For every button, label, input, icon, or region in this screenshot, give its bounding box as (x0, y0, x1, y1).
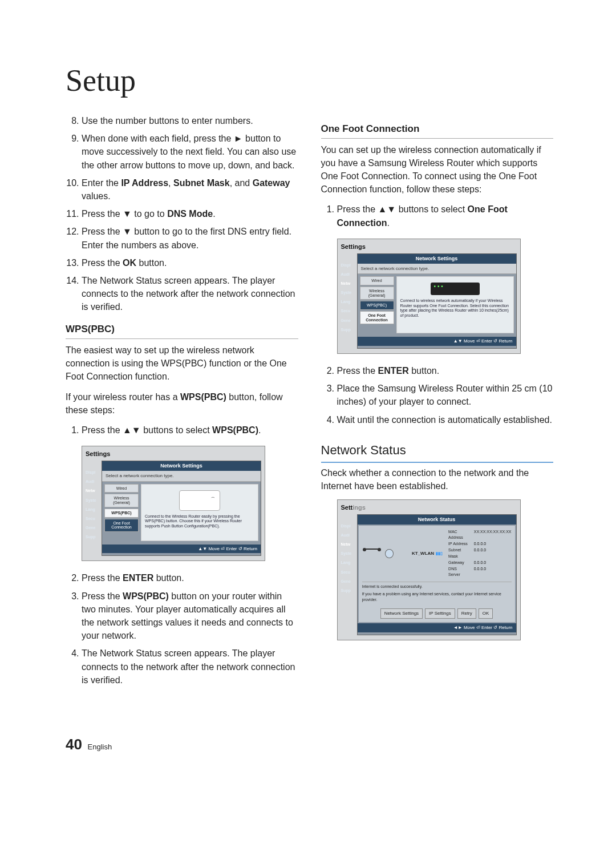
settings-panel: Network Settings Select a network connec… (102, 461, 261, 556)
option-preview: ⌢ Connect to the Wireless Router easily … (141, 484, 258, 541)
page-title: Setup (66, 63, 553, 98)
category-sidebar: Displ Audi Netw Syste Lang Secu Gene Sup… (341, 253, 357, 349)
page-number: 40 (66, 736, 82, 753)
ssid-label: KT_WLAN▮▮▯ (412, 550, 443, 557)
panel-subtitle: Select a network connection type. (102, 471, 261, 482)
panel-footer: ▲▼ Move ⏎ Enter ↺ Return (358, 337, 516, 346)
two-columns: Use the number buttons to enter numbers.… (66, 114, 553, 696)
page: Setup Use the number buttons to enter nu… (0, 0, 616, 788)
option-description: Connect to wireless network automaticall… (399, 297, 511, 318)
connection-type-list: Wired Wireless (General) WPS(PBC) One Fo… (104, 484, 139, 541)
category-sidebar: Displ Audi Netw Syste Lang Secu Gene Sup… (341, 514, 357, 635)
panel-header: Network Status (358, 515, 516, 525)
wps-steps: Press the ▲▼ buttons to select WPS(PBC). (66, 423, 298, 437)
option-wired[interactable]: Wired (104, 484, 139, 493)
list-item: The Network Status screen appears. The p… (82, 274, 298, 314)
shot-title: Settings (86, 450, 261, 459)
ofc-intro: You can set up the wireless connection a… (321, 143, 554, 196)
screenshot-ofc: Settings Displ Audi Netw Syste Lang Secu… (337, 239, 521, 354)
list-item: Press the ENTER button. (337, 364, 554, 377)
list-item: Press the OK button. (82, 256, 298, 269)
status-message: If you have a problem using any Internet… (362, 591, 512, 603)
wps-paragraph: If your wireless router has a WPS(PBC) b… (66, 390, 298, 417)
list-item: Press the WPS(PBC) button on your router… (82, 590, 298, 643)
category-sidebar: Displ Audi Netw Syste Lang Secu Gene Sup… (86, 461, 102, 556)
panel-footer: ▲▼ Move ⏎ Enter ↺ Return (102, 544, 261, 554)
network-status-panel: Network Status KT_WLAN▮▮▯ MAC AddressX (357, 514, 517, 635)
list-item: Press the ▼ button to go to the first DN… (82, 225, 298, 251)
list-item: Place the Samsung Wireless Router within… (337, 382, 554, 408)
wifi-icon: ⌢ (211, 493, 215, 502)
option-wireless-general[interactable]: Wireless (General) (104, 494, 139, 507)
network-status-heading: Network Status (321, 441, 554, 463)
signal-icon: ▮▮▯ (436, 551, 443, 555)
option-one-foot[interactable]: One Foot Connection (360, 311, 394, 324)
ofc-heading: One Foot Connection (321, 122, 554, 139)
option-wps-pbc[interactable]: WPS(PBC) (360, 301, 394, 310)
list-item: Press the ▼ to go to DNS Mode. (82, 207, 298, 220)
list-item: Wait until the connection is automatical… (337, 413, 554, 426)
network-settings-button[interactable]: Network Settings (380, 608, 423, 619)
wps-heading: WPS(PBC) (66, 322, 298, 339)
list-item: The Network Status screen appears. The p… (82, 647, 298, 687)
right-column: One Foot Connection You can set up the w… (321, 114, 554, 696)
connection-type-list: Wired Wireless (General) WPS(PBC) One Fo… (360, 276, 394, 333)
list-item: Enter the IP Address, Subnet Mask, and G… (82, 176, 298, 203)
shot-title: Settings (341, 503, 517, 513)
setup-steps: Use the number buttons to enter numbers.… (66, 114, 298, 313)
button-row: Network Settings IP Settings Retry OK (362, 608, 512, 619)
option-preview: ■ ■ ■ Connect to wireless network automa… (396, 276, 514, 333)
list-item: Press the ▲▼ buttons to select WPS(PBC). (82, 423, 298, 437)
status-message: Internet is connected successfully. (362, 582, 512, 590)
ofc-steps-cont: Press the ENTER button. Place the Samsun… (321, 364, 554, 426)
settings-panel: Network Settings Select a network connec… (357, 253, 517, 349)
shot-title: Settings (341, 243, 517, 252)
screenshot-wps: Settings Displ Audi Netw Syste Lang Secu… (82, 446, 265, 561)
option-wired[interactable]: Wired (360, 276, 394, 285)
ip-settings-button[interactable]: IP Settings (425, 608, 455, 619)
globe-icon (385, 549, 394, 558)
ok-button[interactable]: OK (479, 608, 493, 619)
panel-header: Network Settings (102, 461, 261, 471)
option-wireless-general[interactable]: Wireless (General) (360, 287, 394, 300)
screenshot-network-status: Settings Displ Audi Netw Syste Lang Secu… (337, 499, 521, 640)
network-diagram-icon (364, 548, 380, 559)
option-one-foot[interactable]: One Foot Connection (104, 519, 139, 532)
ofc-steps: Press the ▲▼ buttons to select One Foot … (321, 203, 554, 229)
wps-steps-cont: Press the ENTER button. Press the WPS(PB… (66, 571, 298, 687)
router-icon: ⌢ (179, 490, 220, 511)
page-footer: 40 English (66, 736, 553, 753)
list-item: Press the ▲▼ buttons to select One Foot … (337, 203, 554, 229)
panel-footer: ◄► Move ⏎ Enter ↺ Return (358, 623, 516, 632)
page-language: English (88, 743, 112, 751)
network-info-table: MAC AddressXX:XX:XX:XX:XX:XX IP Address0… (448, 529, 511, 578)
panel-subtitle: Select a network connection type. (358, 264, 516, 275)
list-item: When done with each field, press the ► b… (82, 132, 298, 172)
dark-router-icon: ■ ■ ■ (431, 283, 480, 295)
option-description: Connect to the Wireless Router easily by… (144, 513, 256, 529)
option-wps-pbc[interactable]: WPS(PBC) (104, 509, 139, 518)
retry-button[interactable]: Retry (457, 608, 476, 619)
ns-intro: Check whether a connection to the networ… (321, 466, 554, 493)
list-item: Use the number buttons to enter numbers. (82, 114, 298, 127)
panel-header: Network Settings (358, 254, 516, 264)
list-item: Press the ENTER button. (82, 571, 298, 584)
left-column: Use the number buttons to enter numbers.… (66, 114, 298, 696)
wps-paragraph: The easiest way to set up the wireless n… (66, 344, 298, 384)
